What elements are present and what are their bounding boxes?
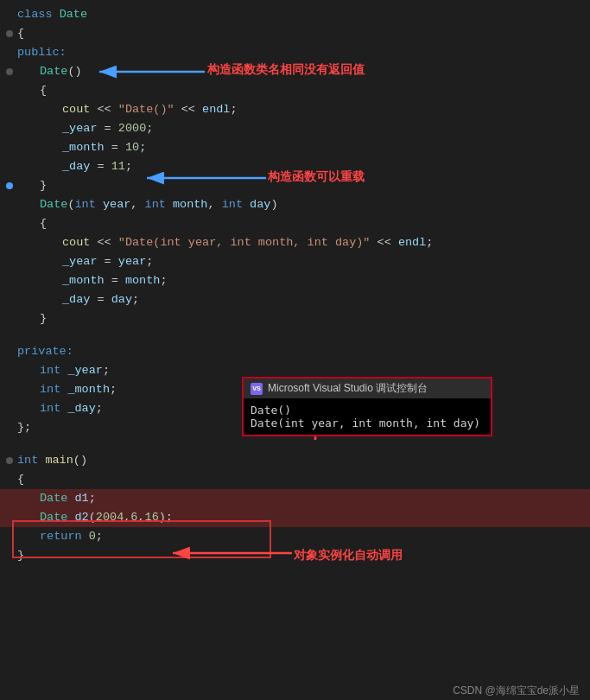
annotation-constructor-no-return: 构造函数类名相同没有返回值	[207, 62, 365, 78]
console-titlebar: VS Microsoft Visual Studio 调试控制台	[244, 379, 491, 398]
annotation-auto-call: 对象实例化自动调用	[294, 548, 403, 563]
annotation-constructor-overload: 构造函数可以重载	[268, 169, 365, 185]
code-line-3: public:	[0, 43, 590, 62]
code-line-28: Date d2(2004,6,16);	[0, 508, 590, 527]
vs-icon: VS	[251, 383, 263, 395]
code-line-12: {	[0, 214, 590, 233]
console-body: Date() Date(int year, int month, int day…	[244, 398, 491, 435]
code-line-27: Date d1;	[0, 489, 590, 508]
code-line-11: Date(int year, int month, int day)	[0, 195, 590, 214]
console-title: Microsoft Visual Studio 调试控制台	[268, 381, 428, 396]
code-line-15: _month = month;	[0, 271, 590, 290]
console-line-1: Date()	[251, 404, 484, 417]
code-line-25: int main()	[0, 451, 590, 470]
code-line-18	[0, 328, 590, 342]
console-line-2: Date(int year, int month, int day)	[251, 417, 484, 430]
code-line-7: _year = 2000;	[0, 119, 590, 138]
code-line-14: _year = year;	[0, 252, 590, 271]
code-line-2: {	[0, 24, 590, 43]
footer-credit: CSDN @海绵宝宝de派小星	[453, 684, 580, 698]
code-line-29: return 0;	[0, 527, 590, 546]
code-line-13: cout << "Date(int year, int month, int d…	[0, 233, 590, 252]
code-line-6: cout << "Date()" << endl;	[0, 100, 590, 119]
code-line-17: }	[0, 309, 590, 328]
code-editor: class Date { public: Date() { cout << "D…	[0, 5, 590, 700]
code-line-8: _month = 10;	[0, 138, 590, 157]
console-popup: VS Microsoft Visual Studio 调试控制台 Date() …	[242, 377, 492, 436]
code-line-5: {	[0, 81, 590, 100]
code-line-24	[0, 437, 590, 451]
code-line-16: _day = day;	[0, 290, 590, 309]
code-line-26: {	[0, 470, 590, 489]
code-line-1: class Date	[0, 5, 590, 24]
code-line-19: private:	[0, 342, 590, 361]
